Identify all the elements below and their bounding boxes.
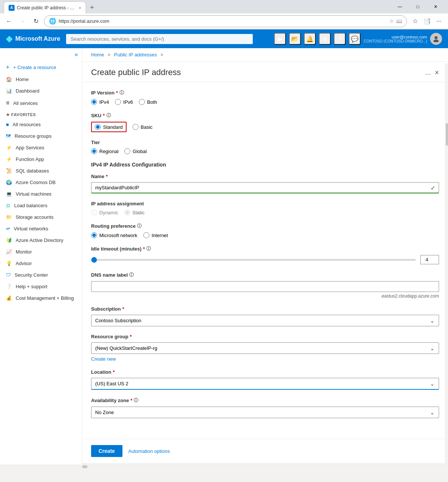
required-star: *	[113, 369, 115, 375]
breadcrumb-parent[interactable]: Public IP addresses	[114, 52, 157, 57]
cost-management-icon: 💰	[6, 295, 12, 301]
favorites-button[interactable]: ☆	[410, 16, 420, 27]
sidebar-item-label: All resources	[13, 122, 41, 127]
tier-global[interactable]: Global	[124, 148, 147, 154]
ip-version-both[interactable]: Both	[139, 99, 157, 105]
active-directory-icon: 🔰	[6, 237, 12, 243]
dns-name-section: DNS name label ⓘ .eastus2.cloudapp.azure…	[91, 272, 439, 299]
close-window-button[interactable]: ✕	[427, 0, 444, 13]
new-tab-button[interactable]: +	[86, 1, 98, 13]
availability-zone-dropdown[interactable]: No Zone	[91, 407, 439, 418]
create-button[interactable]: Create	[91, 445, 122, 457]
sidebar-item-function-app[interactable]: ⚡ Function App	[0, 153, 82, 165]
sku-basic[interactable]: Basic	[133, 124, 153, 130]
name-input[interactable]	[91, 182, 439, 193]
refresh-button[interactable]: ↻	[31, 16, 41, 27]
monitor-icon: 📈	[6, 249, 12, 255]
availability-zone-section: Availability zone * ⓘ No Zone	[91, 397, 439, 418]
collapse-button[interactable]: «	[75, 51, 78, 58]
svg-point-1	[433, 40, 439, 42]
browser-actions: ☆ 📑 ···	[410, 16, 444, 27]
read-mode-icon: 📖	[396, 18, 402, 24]
location-dropdown[interactable]: (US) East US 2	[91, 378, 439, 390]
ip-assignment-static[interactable]: Static	[124, 209, 145, 215]
right-scrollbar[interactable]	[445, 63, 448, 464]
ip-version-ipv4[interactable]: IPv4	[91, 99, 109, 105]
dns-name-input[interactable]	[91, 281, 439, 292]
create-new-resource-group-link[interactable]: Create new	[91, 356, 116, 362]
settings-button[interactable]: ⚙	[319, 33, 331, 45]
cloud-shell-button[interactable]: ▶	[274, 33, 286, 45]
bottom-scrollbar[interactable]	[0, 464, 448, 469]
favorites-section-heading: ★ FAVORITES	[0, 109, 82, 119]
ip-version-ipv6[interactable]: IPv6	[115, 99, 133, 105]
sidebar-item-azure-active-directory[interactable]: 🔰 Azure Active Directory	[0, 234, 82, 246]
help-button[interactable]: ?	[334, 33, 346, 45]
availability-zone-info-icon[interactable]: ⓘ	[134, 397, 138, 404]
url-box[interactable]: 🌐 https://portal.azure.com ☆ 📖	[44, 15, 407, 27]
sidebar-item-all-resources[interactable]: ■ All resources	[0, 119, 82, 130]
routing-microsoft-network[interactable]: Microsoft network	[91, 232, 137, 238]
sidebar-item-monitor[interactable]: 📈 Monitor	[0, 246, 82, 258]
sidebar-item-azure-cosmos-db[interactable]: 🌍 Azure Cosmos DB	[0, 177, 82, 188]
breadcrumb-home[interactable]: Home	[91, 52, 104, 57]
sku-standard[interactable]: Standard	[91, 122, 127, 132]
directory-button[interactable]: 📂	[289, 33, 301, 45]
azure-search-input[interactable]	[66, 34, 253, 44]
tab-close-button[interactable]: ×	[79, 6, 81, 10]
user-info[interactable]: user@contoso.com CONTOSO (CONTOSO.ONMICR…	[364, 33, 442, 45]
sidebar-item-virtual-machines[interactable]: 💻 Virtual machines	[0, 188, 82, 200]
sidebar-item-dashboard[interactable]: 📊 Dashboard	[0, 85, 82, 97]
resource-groups-icon: 🗺	[6, 133, 11, 139]
sidebar-item-sql-databases[interactable]: 📜 SQL databases	[0, 165, 82, 177]
required-star: *	[103, 113, 105, 118]
restore-button[interactable]: □	[409, 0, 426, 13]
feedback-button[interactable]: 💬	[349, 33, 361, 45]
location-label: Location *	[91, 369, 439, 375]
back-button[interactable]: ←	[4, 16, 14, 27]
star-icon: ☆	[389, 18, 394, 24]
app-services-icon: ⚡	[6, 145, 12, 150]
subscription-dropdown[interactable]: Contoso Subscription	[91, 315, 439, 326]
panel-more-button[interactable]: ...	[425, 69, 431, 77]
routing-preference-info-icon[interactable]: ⓘ	[137, 223, 141, 229]
sql-databases-icon: 📜	[6, 168, 12, 174]
sidebar-item-virtual-networks[interactable]: ⇌ Virtual networks	[0, 223, 82, 234]
sku-info-icon[interactable]: ⓘ	[106, 112, 111, 119]
sidebar-item-app-services[interactable]: ⚡ App Services	[0, 142, 82, 153]
name-label: Name *	[91, 174, 439, 179]
panel-close-button[interactable]: ×	[435, 68, 439, 77]
globe-icon: 🌐	[49, 18, 56, 25]
idle-timeout-value[interactable]	[420, 255, 439, 264]
browser-more-button[interactable]: ···	[434, 16, 444, 27]
forward-button[interactable]: →	[17, 16, 28, 27]
sidebar-item-help-support[interactable]: ❔ Help + support	[0, 281, 82, 292]
notifications-button[interactable]: 🔔	[304, 33, 316, 45]
routing-internet[interactable]: Internet	[143, 232, 168, 238]
idle-timeout-slider[interactable]	[91, 259, 416, 261]
sidebar-item-resource-groups[interactable]: 🗺 Resource groups	[0, 130, 82, 142]
sidebar-item-security-center[interactable]: 🛡 Security Center	[0, 269, 82, 281]
sidebar-item-create-resource[interactable]: + + Create a resource	[0, 61, 82, 74]
resource-group-dropdown[interactable]: (New) QuickStartCreateIP-rg	[91, 342, 439, 354]
sidebar-item-load-balancers[interactable]: ⚖ Load balancers	[0, 200, 82, 211]
sidebar-item-all-services[interactable]: ≡ All services	[0, 97, 82, 109]
sidebar-item-label: Function App	[16, 156, 44, 162]
ip-assignment-dynamic[interactable]: Dynamic	[91, 209, 118, 215]
svg-point-0	[435, 36, 438, 39]
sidebar-item-advisor[interactable]: 💡 Advisor	[0, 258, 82, 269]
sidebar-item-label: Cost Management + Billing	[16, 295, 74, 301]
ip-version-info-icon[interactable]: ⓘ	[119, 90, 124, 96]
browser-tab[interactable]: A Create public IP address - Micro... ×	[4, 1, 86, 13]
sidebar-item-home[interactable]: 🏠 Home	[0, 74, 82, 85]
collections-button[interactable]: 📑	[422, 16, 432, 27]
resource-group-label: Resource group *	[91, 334, 439, 339]
azure-header: ◆ Microsoft Azure ▶ 📂 🔔 ⚙ ? 💬 user@conto…	[0, 29, 448, 48]
sidebar-item-storage-accounts[interactable]: 📁 Storage accounts	[0, 211, 82, 223]
tier-regional[interactable]: Regional	[91, 148, 118, 154]
dns-name-info-icon[interactable]: ⓘ	[129, 272, 134, 278]
idle-timeout-info-icon[interactable]: ⓘ	[146, 246, 151, 252]
minimize-button[interactable]: —	[391, 0, 408, 13]
automation-options-button[interactable]: Automation options	[128, 448, 170, 454]
sidebar-item-cost-management[interactable]: 💰 Cost Management + Billing	[0, 292, 82, 304]
